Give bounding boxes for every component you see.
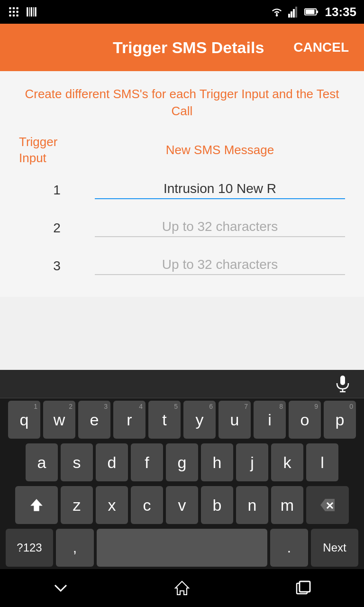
download-icon bbox=[8, 6, 20, 18]
sms-input-3[interactable] bbox=[95, 257, 345, 272]
back-icon bbox=[51, 579, 70, 598]
svg-rect-8 bbox=[16, 14, 18, 16]
key-n[interactable]: n bbox=[236, 486, 268, 524]
home-icon bbox=[173, 579, 191, 598]
battery-icon bbox=[304, 6, 318, 18]
svg-rect-4 bbox=[13, 11, 15, 13]
svg-rect-18 bbox=[295, 7, 297, 18]
cancel-button[interactable]: CANCEL bbox=[290, 36, 353, 59]
keyboard-row-2: a s d f g h j k l bbox=[0, 441, 364, 484]
key-j[interactable]: j bbox=[236, 443, 268, 481]
svg-rect-2 bbox=[16, 7, 18, 9]
svg-rect-7 bbox=[13, 14, 15, 16]
delete-key[interactable] bbox=[306, 486, 349, 524]
barcode-icon bbox=[26, 6, 38, 18]
table-row: 1 bbox=[19, 174, 345, 207]
key-x[interactable]: x bbox=[96, 486, 128, 524]
trigger-number-1: 1 bbox=[19, 183, 95, 198]
key-f[interactable]: f bbox=[131, 443, 163, 481]
sms-input-2[interactable] bbox=[95, 219, 345, 234]
key-w[interactable]: 2w bbox=[43, 401, 75, 439]
svg-rect-12 bbox=[33, 7, 34, 17]
wifi-icon bbox=[270, 6, 283, 18]
key-z[interactable]: z bbox=[61, 486, 93, 524]
table-row: 3 bbox=[19, 249, 345, 283]
key-123[interactable]: ?123 bbox=[6, 529, 53, 567]
table-header: TriggerInput New SMS Message bbox=[19, 134, 345, 166]
key-g[interactable]: g bbox=[166, 443, 198, 481]
svg-rect-11 bbox=[31, 7, 32, 17]
sms-input-1[interactable] bbox=[95, 181, 345, 196]
svg-rect-17 bbox=[293, 9, 295, 18]
status-bar: 13:35 bbox=[0, 0, 364, 24]
clock: 13:35 bbox=[325, 5, 357, 19]
header: Trigger SMS Details CANCEL bbox=[0, 24, 364, 71]
svg-point-14 bbox=[275, 14, 278, 17]
key-q[interactable]: 1q bbox=[8, 401, 40, 439]
key-o[interactable]: 9o bbox=[289, 401, 321, 439]
key-l[interactable]: l bbox=[306, 443, 338, 481]
table-row: 2 bbox=[19, 212, 345, 245]
column-trigger-label: TriggerInput bbox=[19, 134, 95, 166]
svg-rect-1 bbox=[13, 7, 15, 9]
svg-marker-27 bbox=[175, 581, 189, 595]
signal-icon bbox=[288, 6, 300, 18]
status-icons-left bbox=[8, 6, 38, 18]
key-c[interactable]: c bbox=[131, 486, 163, 524]
svg-rect-22 bbox=[340, 376, 345, 385]
key-v[interactable]: v bbox=[166, 486, 198, 524]
keyboard-row-1: 1q 2w 3e 4r 5t 6y 7u 8i 9o 0p bbox=[0, 398, 364, 441]
page-title: Trigger SMS Details bbox=[87, 38, 290, 57]
key-period[interactable]: . bbox=[270, 529, 308, 567]
key-t[interactable]: 5t bbox=[148, 401, 181, 439]
svg-rect-3 bbox=[9, 11, 11, 13]
trigger-number-3: 3 bbox=[19, 258, 95, 274]
key-m[interactable]: m bbox=[271, 486, 303, 524]
next-key[interactable]: Next bbox=[311, 529, 358, 567]
svg-rect-0 bbox=[9, 7, 11, 9]
key-k[interactable]: k bbox=[271, 443, 303, 481]
key-r[interactable]: 4r bbox=[113, 401, 146, 439]
svg-rect-5 bbox=[16, 11, 18, 13]
sms-input-wrapper-3[interactable] bbox=[95, 257, 345, 275]
shift-key[interactable] bbox=[15, 486, 58, 524]
keyboard-row-4: ?123 , . Next bbox=[0, 526, 364, 569]
svg-rect-20 bbox=[317, 10, 318, 13]
nav-bar bbox=[0, 569, 364, 607]
key-p[interactable]: 0p bbox=[324, 401, 356, 439]
key-s[interactable]: s bbox=[61, 443, 93, 481]
key-u[interactable]: 7u bbox=[218, 401, 251, 439]
keyboard: 1q 2w 3e 4r 5t 6y 7u 8i 9o 0p a s d f g … bbox=[0, 370, 364, 569]
svg-rect-9 bbox=[27, 7, 28, 17]
svg-rect-21 bbox=[305, 9, 314, 14]
key-e[interactable]: 3e bbox=[78, 401, 110, 439]
mic-button[interactable] bbox=[331, 372, 355, 396]
sms-input-wrapper-2[interactable] bbox=[95, 219, 345, 237]
key-comma[interactable]: , bbox=[56, 529, 94, 567]
svg-rect-29 bbox=[300, 581, 310, 592]
key-h[interactable]: h bbox=[201, 443, 233, 481]
keyboard-suggestions-row bbox=[0, 370, 364, 398]
keyboard-row-3: z x c v b n m bbox=[0, 484, 364, 526]
column-sms-label: New SMS Message bbox=[95, 143, 345, 157]
svg-rect-6 bbox=[9, 14, 11, 16]
subtitle-text: Create different SMS's for each Trigger … bbox=[19, 85, 345, 120]
sms-input-wrapper-1[interactable] bbox=[95, 181, 345, 199]
home-button[interactable] bbox=[158, 574, 206, 602]
key-b[interactable]: b bbox=[201, 486, 233, 524]
svg-rect-13 bbox=[35, 7, 36, 17]
back-button[interactable] bbox=[37, 574, 84, 602]
svg-rect-15 bbox=[288, 14, 290, 18]
content-area: Create different SMS's for each Trigger … bbox=[0, 71, 364, 297]
svg-rect-10 bbox=[29, 7, 30, 17]
trigger-number-2: 2 bbox=[19, 221, 95, 236]
status-icons-right: 13:35 bbox=[270, 5, 357, 19]
key-d[interactable]: d bbox=[96, 443, 128, 481]
key-y[interactable]: 6y bbox=[183, 401, 216, 439]
recent-apps-button[interactable] bbox=[280, 574, 327, 602]
key-i[interactable]: 8i bbox=[254, 401, 286, 439]
key-a[interactable]: a bbox=[26, 443, 58, 481]
sms-table: TriggerInput New SMS Message 1 2 3 bbox=[19, 134, 345, 283]
key-space[interactable] bbox=[97, 529, 267, 567]
svg-rect-16 bbox=[291, 11, 292, 18]
